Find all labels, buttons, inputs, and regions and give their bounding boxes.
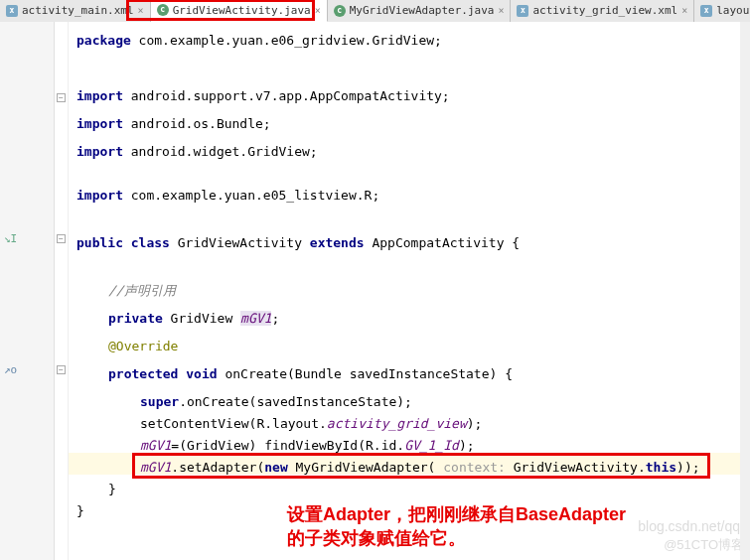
tab-layout-list-item-xml[interactable]: x layout_list_it xyxy=(694,0,750,22)
annotation: @Override xyxy=(108,339,178,353)
keyword: public class xyxy=(76,235,170,250)
tab-label: activity_main.xml xyxy=(22,4,134,17)
fold-toggle-icon[interactable]: − xyxy=(57,93,66,102)
field: mGV1 xyxy=(140,460,171,475)
code-text: onCreate(Bundle savedInstanceState) { xyxy=(218,366,513,381)
keyword: this xyxy=(646,460,676,475)
code-text: .onCreate(savedInstanceState); xyxy=(179,394,412,409)
tab-label: activity_grid_view.xml xyxy=(532,4,677,17)
code-text: setContentView(R.layout. xyxy=(140,416,327,431)
annotation-line1: 设置Adapter，把刚刚继承自BaseAdapter xyxy=(287,504,626,524)
field: mGV1 xyxy=(240,311,271,326)
gutter: ↘I ↗o xyxy=(0,22,55,560)
close-icon[interactable]: × xyxy=(138,5,144,16)
code-text: ); xyxy=(459,438,475,453)
code-text: com.example.yuan.e06_gridview.GridView; xyxy=(131,33,442,48)
tab-gridviewactivity-java[interactable]: c GridViewActivity.java × xyxy=(151,0,328,22)
code-text: .setAdapter( xyxy=(171,460,264,475)
editor-marker-strip[interactable] xyxy=(740,22,750,560)
comment: //声明引用 xyxy=(108,283,176,298)
keyword: package xyxy=(76,33,131,48)
code-text: )); xyxy=(676,460,699,475)
tab-label: MyGridViewAdapter.java xyxy=(350,4,495,17)
resource-ref: GV_1_Id xyxy=(404,438,459,453)
code-text: GridViewActivity xyxy=(170,235,310,250)
code-editor[interactable]: package com.example.yuan.e06_gridview.Gr… xyxy=(69,22,750,560)
keyword: import xyxy=(76,116,123,131)
editor-area: ↘I ↗o − − − package com.example.yuan.e06… xyxy=(0,22,750,560)
keyword: import xyxy=(76,188,123,203)
java-file-icon: c xyxy=(334,5,346,17)
watermark-text: blog.csdn.net/qq xyxy=(638,518,740,534)
tab-label: layout_list_it xyxy=(716,4,750,17)
resource-ref: activity_grid_view xyxy=(327,416,467,431)
fold-toggle-icon[interactable]: − xyxy=(57,234,66,243)
param-hint: context: xyxy=(435,460,513,475)
close-icon[interactable]: × xyxy=(498,5,504,16)
override-gutter-icon[interactable]: ↗o xyxy=(4,363,17,376)
field: mGV1 xyxy=(140,438,171,453)
code-text: com.example.yuan.e05_listview.R; xyxy=(123,188,379,203)
java-file-icon: c xyxy=(157,4,169,16)
close-icon[interactable]: × xyxy=(315,5,321,16)
annotation-line2: 的子类对象赋值给它。 xyxy=(287,528,466,548)
xml-file-icon: x xyxy=(6,5,18,17)
code-text: MyGridViewAdapter( xyxy=(288,460,436,475)
tab-activity-main-xml[interactable]: x activity_main.xml × xyxy=(0,0,151,22)
keyword: extends xyxy=(310,235,365,250)
keyword: import xyxy=(76,88,123,103)
xml-file-icon: x xyxy=(700,5,712,17)
code-text: =(GridView) findViewById(R.id. xyxy=(171,438,404,453)
tab-label: GridViewActivity.java xyxy=(173,4,311,17)
close-icon[interactable]: × xyxy=(681,5,687,16)
code-text: android.os.Bundle; xyxy=(123,116,271,131)
code-text: AppCompatActivity { xyxy=(365,235,521,250)
code-text: ; xyxy=(271,311,279,326)
fold-column: − − − xyxy=(55,22,69,560)
code-text: android.widget.GridView; xyxy=(123,144,318,159)
code-text: } xyxy=(108,482,116,496)
code-text: GridViewActivity. xyxy=(514,460,646,475)
tab-activity-grid-view-xml[interactable]: x activity_grid_view.xml × xyxy=(511,0,694,22)
code-text: GridView xyxy=(163,311,240,326)
xml-file-icon: x xyxy=(517,5,528,17)
keyword: new xyxy=(264,460,287,475)
keyword: protected void xyxy=(108,366,218,381)
keyword: private xyxy=(108,311,163,326)
code-text: android.support.v7.app.AppCompatActivity… xyxy=(123,88,450,103)
implements-gutter-icon[interactable]: ↘I xyxy=(4,232,17,245)
watermark-text: @51CTO博客 xyxy=(664,536,744,554)
code-text: ); xyxy=(467,416,483,431)
annotation-text: 设置Adapter，把刚刚继承自BaseAdapter 的子类对象赋值给它。 xyxy=(287,502,626,550)
tab-mygridviewadapter-java[interactable]: c MyGridViewAdapter.java × xyxy=(328,0,512,22)
fold-toggle-icon[interactable]: − xyxy=(57,365,66,374)
keyword: super xyxy=(140,394,179,409)
editor-tab-bar: x activity_main.xml × c GridViewActivity… xyxy=(0,0,750,22)
code-text: } xyxy=(76,503,84,518)
keyword: import xyxy=(76,144,123,159)
